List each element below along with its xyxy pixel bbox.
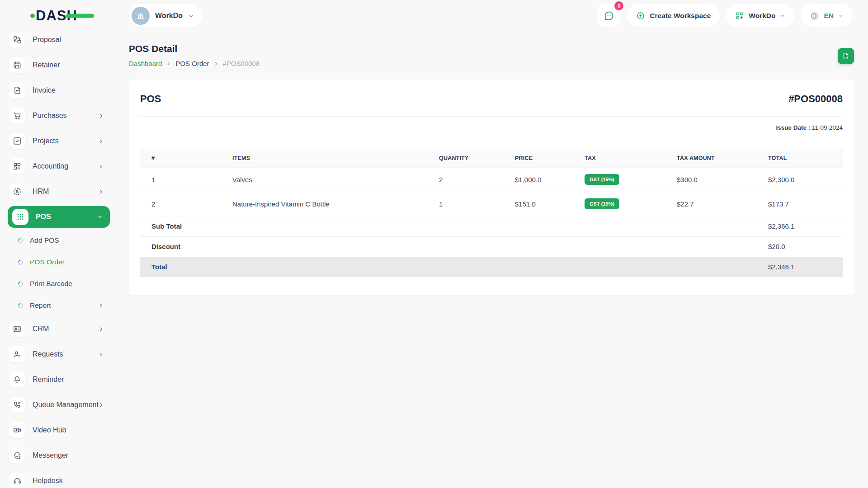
cell-tax-amount: $300.0 xyxy=(672,167,764,192)
cell-price: $151.0 xyxy=(510,192,580,216)
user-plus-icon xyxy=(13,350,22,359)
sidebar-item-messenger[interactable]: Messenger xyxy=(0,443,116,468)
cell-no: 1 xyxy=(140,167,228,192)
retainer-icon xyxy=(13,61,22,70)
language-code: EN xyxy=(824,12,834,20)
sidebar-label: Queue Management xyxy=(33,401,99,409)
workspace-name: WorkDo xyxy=(155,12,183,20)
breadcrumb: Dashboard POS Order #POS00008 xyxy=(129,60,259,67)
top-header: DASH WorkDo 0 Create Workspace xyxy=(0,0,868,32)
sidebar-subitem-pos-order[interactable]: POS Order xyxy=(0,251,116,273)
export-pos-button[interactable] xyxy=(838,48,854,64)
sidebar-item-requests[interactable]: Requests xyxy=(0,342,116,367)
breadcrumb-pos-order-link[interactable]: POS Order xyxy=(175,60,209,67)
submenu-bullet-icon xyxy=(17,237,24,244)
apps-grid-icon xyxy=(735,11,744,20)
sidebar-item-reminder[interactable]: Reminder xyxy=(0,367,116,392)
submenu-label: Print Barcode xyxy=(30,280,72,288)
create-workspace-button[interactable]: Create Workspace xyxy=(627,4,720,28)
chevron-right-icon xyxy=(99,139,104,144)
tax-badge: GST (15%) xyxy=(585,198,619,209)
bell-icon xyxy=(13,375,22,384)
plus-circle-icon xyxy=(636,11,645,20)
pos-number: #POS00008 xyxy=(788,93,843,105)
cell-total: $2,300.0 xyxy=(764,167,843,192)
chevron-right-icon xyxy=(99,113,104,118)
chevron-right-icon xyxy=(214,61,218,66)
sidebar-item-pos[interactable]: POS xyxy=(8,206,110,228)
globe-icon xyxy=(810,11,819,21)
chevron-right-icon xyxy=(99,327,104,332)
sidebar-item-purchases[interactable]: Purchases xyxy=(0,103,116,128)
workspace-menu-button[interactable]: WorkDo xyxy=(726,4,794,28)
pos-detail-card: POS #POS00008 Issue Date : 11-09-2024 # … xyxy=(129,80,854,295)
sidebar-label: Projects xyxy=(33,137,59,145)
pos-dots-icon xyxy=(16,212,25,221)
file-plus-icon xyxy=(842,52,850,60)
sidebar-label: Invoice xyxy=(33,86,56,94)
sidebar-item-crm[interactable]: CRM xyxy=(0,316,116,342)
sidebar-item-invoice[interactable]: Invoice xyxy=(0,78,116,103)
chat-bubble-icon xyxy=(603,10,615,22)
sidebar-subitem-report[interactable]: Report xyxy=(0,295,116,316)
subtotal-row: Sub Total $2,366.1 xyxy=(140,216,843,236)
accounting-grid-icon xyxy=(13,162,22,171)
cell-quantity: 1 xyxy=(434,192,510,216)
logo-dot-icon xyxy=(30,14,35,18)
sidebar-subitem-print-barcode[interactable]: Print Barcode xyxy=(0,273,116,295)
submenu-label: Add POS xyxy=(30,236,59,244)
submenu-bullet-icon xyxy=(17,302,24,309)
workspace-selector[interactable]: WorkDo xyxy=(129,4,202,28)
cell-price: $1,000.0 xyxy=(510,167,580,192)
sidebar-item-hrm[interactable]: HRM xyxy=(0,179,116,204)
subtotal-label: Sub Total xyxy=(140,216,764,236)
col-header-items: ITEMS xyxy=(228,149,434,167)
chevron-right-icon xyxy=(166,61,171,66)
breadcrumb-dashboard-link[interactable]: Dashboard xyxy=(129,60,162,67)
sidebar-item-accounting[interactable]: Accounting xyxy=(0,154,116,179)
col-header-no: # xyxy=(140,149,228,167)
sidebar-label: Requests xyxy=(33,350,63,358)
col-header-price: PRICE xyxy=(510,149,580,167)
sidebar-label: Reminder xyxy=(33,375,64,384)
sidebar-label: Retainer xyxy=(33,61,60,69)
pos-items-table: # ITEMS QUANTITY PRICE TAX TAX AMOUNT TO… xyxy=(140,149,843,277)
page-title: POS Detail xyxy=(129,43,177,54)
sidebar-item-video-hub[interactable]: Video Hub xyxy=(0,418,116,443)
crm-icon xyxy=(13,324,22,333)
subtotal-value: $2,366.1 xyxy=(764,216,843,236)
discount-row: Discount $20.0 xyxy=(140,236,843,257)
chevron-right-icon xyxy=(99,403,104,408)
projects-check-icon xyxy=(13,136,22,145)
logo-dash-bar xyxy=(66,14,94,18)
messages-button[interactable]: 0 xyxy=(597,4,621,28)
total-value: $2,346.1 xyxy=(764,257,843,277)
language-selector[interactable]: EN xyxy=(801,4,853,28)
discount-label: Discount xyxy=(140,236,764,257)
chevron-right-icon xyxy=(99,189,104,194)
sidebar-label: CRM xyxy=(33,325,49,333)
submenu-label: POS Order xyxy=(30,258,65,266)
sidebar-label: Purchases xyxy=(33,112,67,120)
sidebar-item-queue-management[interactable]: Queue Management xyxy=(0,392,116,418)
cell-tax: GST (15%) xyxy=(580,167,672,192)
purchases-cart-icon xyxy=(13,111,22,120)
sidebar-item-helpdesk[interactable]: Helpdesk xyxy=(0,468,116,488)
total-row: Total $2,346.1 xyxy=(140,257,843,277)
submenu-bullet-icon xyxy=(17,258,24,266)
sidebar-item-projects[interactable]: Projects xyxy=(0,128,116,154)
sidebar-label: Helpdesk xyxy=(33,477,63,485)
sidebar-subitem-add-pos[interactable]: Add POS xyxy=(0,230,116,251)
header-actions: 0 Create Workspace WorkDo EN xyxy=(597,4,853,28)
sidebar-item-retainer[interactable]: Retainer xyxy=(0,52,116,78)
building-icon xyxy=(136,11,146,21)
discount-value: $20.0 xyxy=(764,236,843,257)
sidebar-label: Proposal xyxy=(33,36,61,44)
chevron-down-icon xyxy=(188,13,194,19)
sidebar-label: Accounting xyxy=(33,162,68,170)
cell-item: Valves xyxy=(228,167,434,192)
issue-date-value: 11-09-2024 xyxy=(812,124,843,131)
issue-date-label: Issue Date : xyxy=(776,124,810,131)
tax-badge: GST (15%) xyxy=(585,174,619,185)
chevron-down-icon xyxy=(780,13,785,19)
